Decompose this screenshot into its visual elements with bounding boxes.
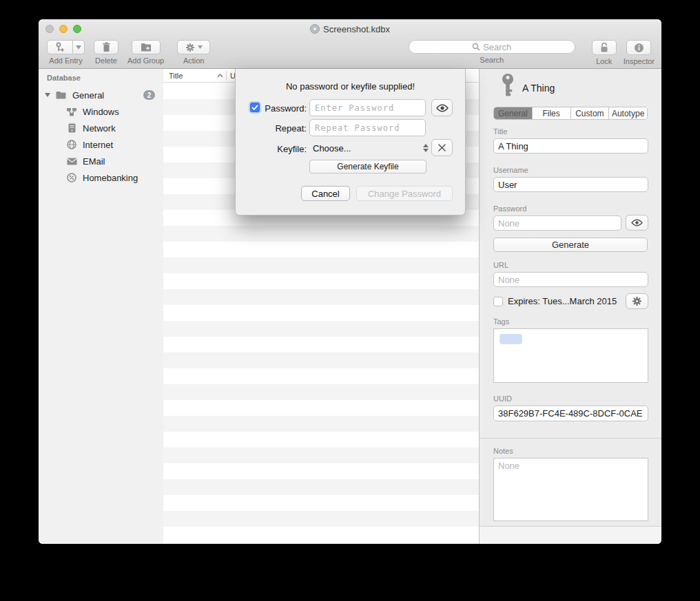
dialog-repeat-label: Repeat: [240,123,307,134]
expires-label: Expires: Tues...March 2015 [508,296,617,306]
cancel-button[interactable]: Cancel [301,186,350,201]
folder-plus-icon [141,43,152,52]
sidebar-item-internet[interactable]: Internet [39,136,163,153]
server-icon [66,123,77,134]
action-label: Action [183,56,205,65]
search-input[interactable]: Search [409,40,575,54]
windows-network-icon [66,106,77,117]
sidebar: Database General 2 [39,69,163,544]
dialog-reveal-password-button[interactable] [431,99,453,116]
sidebar-item-general[interactable]: General 2 [39,87,163,103]
sidebar-item-label: Network [83,123,116,134]
document-icon [310,24,320,34]
sidebar-item-network[interactable]: Network [39,120,163,136]
entry-title: A Thing [522,83,555,94]
notes-field-label: Notes [493,447,513,455]
inspector-panel: A Thing General Files Custom Autotype Ti… [479,69,661,544]
tags-field-label: Tags [493,317,509,326]
search-icon [472,43,480,51]
window-chrome: Screenshot.kdbx [39,19,661,69]
add-entry-button[interactable] [47,40,73,54]
globe-icon [66,139,77,150]
dialog-repeat-input[interactable] [309,119,426,136]
tag-pill[interactable] [500,334,522,344]
notes-textarea[interactable] [493,458,648,521]
add-group-label: Add Group [127,56,164,65]
sidebar-item-email[interactable]: EMail [39,153,163,169]
popup-stepper-icon [423,144,430,152]
entry-count-badge: 2 [143,90,155,100]
eye-icon [631,219,643,226]
keyfile-popup-button[interactable]: Choose... [307,140,430,156]
inspector-button[interactable] [626,40,651,55]
generate-password-button[interactable]: Generate [493,238,648,252]
delete-button[interactable] [94,40,119,54]
tab-files[interactable]: Files [533,107,571,119]
action-button[interactable] [177,40,210,54]
chevron-down-icon [198,45,203,49]
tab-custom[interactable]: Custom [571,107,610,119]
delete-label: Delete [95,56,117,65]
password-field-label: Password [493,204,526,213]
gear-icon [632,296,642,306]
sidebar-item-homebanking[interactable]: Homebanking [39,169,163,186]
gear-icon [185,43,195,52]
unlocked-padlock-icon [599,42,609,53]
lock-label: Lock [596,57,612,65]
expires-checkbox[interactable] [493,297,503,306]
expires-row: Expires: Tues...March 2015 [493,296,617,306]
dialog-keyfile-label: Keyfile: [240,144,307,154]
search-label: Search [480,56,504,64]
title-input[interactable] [493,138,648,154]
key-plus-icon [54,42,65,52]
add-group-button[interactable] [132,40,161,54]
username-input[interactable] [493,177,648,192]
tab-general[interactable]: General [494,107,533,119]
clear-keyfile-button[interactable] [431,139,453,156]
username-field-label: Username [493,166,528,174]
dialog-password-label: Password: [240,103,307,114]
envelope-icon [66,156,77,167]
divider [480,438,661,439]
expires-settings-button[interactable] [626,293,648,309]
column-header-title[interactable]: Title [163,72,226,80]
title-field-label: Title [493,127,507,136]
add-entry-label: Add Entry [49,56,82,65]
column-header-username[interactable]: U [227,72,236,80]
sidebar-item-windows[interactable]: Windows [39,103,163,120]
disclosure-triangle-icon[interactable] [45,93,50,97]
dialog-password-input[interactable] [309,99,426,116]
eye-icon [436,104,449,112]
sidebar-item-label: EMail [83,156,105,167]
uuid-input[interactable] [493,405,648,421]
url-input[interactable] [493,272,648,287]
search-placeholder: Search [483,42,511,52]
sidebar-item-label: General [72,90,104,101]
inspector-label: Inspector [624,57,655,65]
generate-keyfile-button[interactable]: Generate Keyfile [309,160,426,173]
desktop-background: Screenshot.kdbx [0,0,700,601]
titlebar: Screenshot.kdbx [39,19,661,39]
add-entry-dropdown-button[interactable] [73,40,85,54]
dialog-message: No password or keyfile supplied! [236,81,465,92]
info-icon [634,43,644,53]
percent-circle-icon [66,172,77,183]
sidebar-header: Database [47,74,81,82]
url-field-label: URL [493,261,508,269]
keyfile-selected-value: Choose... [307,143,351,154]
close-icon [438,143,446,152]
change-password-button[interactable]: Change Password [356,186,453,201]
lock-button[interactable] [592,40,617,55]
reveal-password-button[interactable] [626,215,648,231]
inspector-tabs: General Files Custom Autotype [493,107,648,120]
trash-icon [102,42,111,52]
password-input[interactable] [493,215,621,231]
folder-icon [55,89,66,101]
key-icon [500,73,515,98]
change-password-dialog: No password or keyfile supplied! Passwor… [235,69,466,215]
inspector-footer [480,527,661,544]
uuid-field-label: UUID [493,394,512,403]
tab-autotype[interactable]: Autotype [609,107,647,119]
sidebar-item-label: Internet [83,140,113,150]
tags-box[interactable] [493,328,648,383]
